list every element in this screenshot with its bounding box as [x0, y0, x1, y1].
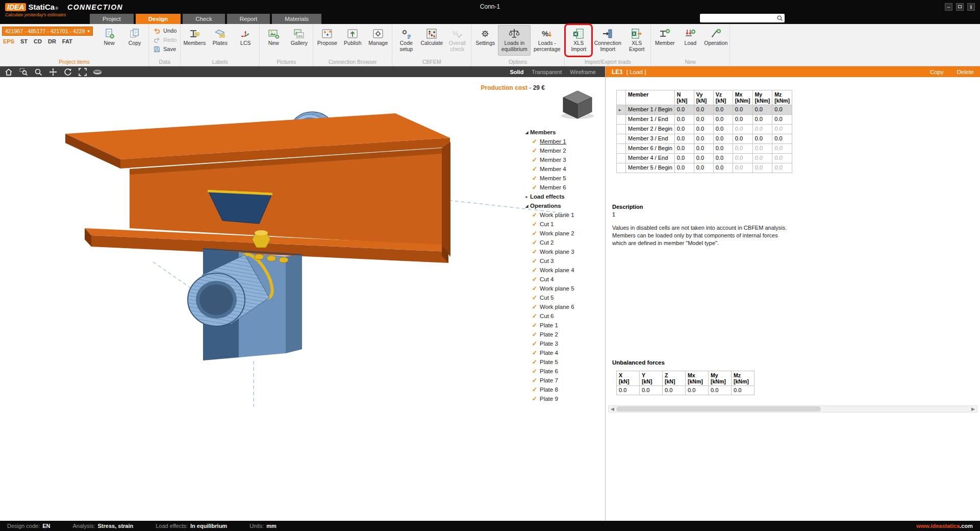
- analysis-code-cd[interactable]: CD: [34, 38, 42, 44]
- tree-item-work-plane-3[interactable]: ✓Work plane 3: [523, 247, 604, 256]
- tree-item-member-5[interactable]: ✓Member 5: [523, 174, 604, 183]
- orientation-cube[interactable]: [557, 86, 597, 120]
- column-header[interactable]: Vy [kN]: [694, 90, 713, 105]
- propose-button[interactable]: Propose: [314, 25, 340, 56]
- value-cell[interactable]: 0.0: [733, 115, 752, 125]
- scroll-right-icon[interactable]: ▶: [969, 406, 977, 412]
- tree-item-work-plane-6[interactable]: ✓Work plane 6: [523, 302, 604, 311]
- checkbox-checked-icon[interactable]: ✓: [532, 267, 540, 274]
- tree-item-work-plane-2[interactable]: ✓Work plane 2: [523, 229, 604, 238]
- tree-item-cut-5[interactable]: ✓Cut 5: [523, 293, 604, 302]
- tree-item-plate-3[interactable]: ✓Plate 3: [523, 339, 604, 348]
- checkbox-checked-icon[interactable]: ✓: [532, 138, 540, 145]
- checkbox-checked-icon[interactable]: ✓: [532, 239, 540, 246]
- tree-item-cut-3[interactable]: ✓Cut 3: [523, 256, 604, 266]
- checkbox-checked-icon[interactable]: ✓: [532, 312, 540, 320]
- tree-item-work-plane-5[interactable]: ✓Work plane 5: [523, 284, 604, 293]
- load-row[interactable]: ▸Member 1 / Begin0.00.00.00.00.00.0: [617, 105, 792, 115]
- checkbox-checked-icon[interactable]: ✓: [532, 303, 540, 310]
- tree-item-member-6[interactable]: ✓Member 6: [523, 183, 604, 192]
- member-button[interactable]: Member: [652, 25, 677, 56]
- tree-item-plate-6[interactable]: ✓Plate 6: [523, 367, 604, 376]
- column-header[interactable]: Member: [626, 90, 675, 105]
- value-cell[interactable]: 0.0: [694, 144, 713, 154]
- value-cell[interactable]: 0.0: [713, 134, 733, 144]
- clip-plane-icon[interactable]: [93, 67, 102, 77]
- value-cell[interactable]: 0.0: [733, 105, 752, 115]
- scroll-left-icon[interactable]: ◀: [609, 406, 616, 412]
- value-cell[interactable]: 0.0: [694, 163, 713, 173]
- column-header[interactable]: My [kNm]: [752, 90, 772, 105]
- zoom-select-icon[interactable]: [19, 67, 28, 77]
- home-icon[interactable]: [4, 67, 13, 77]
- checkbox-checked-icon[interactable]: ✓: [532, 349, 540, 356]
- tree-group-members[interactable]: ◢Members: [523, 128, 604, 137]
- value-cell[interactable]: 0.0: [713, 125, 733, 134]
- undo-button[interactable]: Undo: [153, 27, 177, 35]
- value-cell[interactable]: 0.0: [694, 134, 713, 144]
- value-cell[interactable]: 0.0: [752, 115, 772, 125]
- lcs-button[interactable]: LCS: [233, 25, 258, 56]
- new-button[interactable]: New: [96, 25, 122, 56]
- copy-load-button[interactable]: Copy: [930, 69, 944, 75]
- load-row[interactable]: Member 3 / End0.00.00.00.00.00.0: [617, 134, 792, 144]
- checkbox-checked-icon[interactable]: ✓: [532, 386, 540, 393]
- tree-item-plate-2[interactable]: ✓Plate 2: [523, 330, 604, 339]
- info-icon[interactable]: ℹ: [967, 3, 975, 11]
- xls-export-button[interactable]: XLS Export: [624, 25, 649, 56]
- scrollbar-thumb[interactable]: [616, 406, 821, 412]
- value-cell[interactable]: 0.0: [674, 125, 694, 134]
- collapse-icon[interactable]: ◢: [523, 204, 530, 208]
- tree-item-plate-7[interactable]: ✓Plate 7: [523, 376, 604, 385]
- value-cell[interactable]: 0.0: [713, 115, 733, 125]
- load-effects-table[interactable]: MemberN [kN]Vy [kN]Vz [kN]Mx [kNm]My [kN…: [616, 90, 792, 173]
- column-header[interactable]: N [kN]: [674, 90, 694, 105]
- tree-group-operations[interactable]: ◢Operations: [523, 201, 604, 210]
- tab-design[interactable]: Design: [136, 14, 181, 24]
- members-button[interactable]: Members: [182, 25, 207, 56]
- tree-item-cut-1[interactable]: ✓Cut 1: [523, 220, 604, 229]
- checkbox-checked-icon[interactable]: ✓: [532, 257, 540, 264]
- delete-load-button[interactable]: Delete: [957, 69, 974, 75]
- value-cell[interactable]: 0.0: [733, 125, 752, 134]
- checkbox-checked-icon[interactable]: ✓: [532, 294, 540, 301]
- member-cell[interactable]: Member 4 / End: [626, 154, 675, 163]
- website-link[interactable]: www.ideastatica.com: [916, 523, 973, 529]
- search-input[interactable]: [700, 15, 776, 21]
- value-cell[interactable]: 0.0: [694, 125, 713, 134]
- member-cell[interactable]: Member 5 / Begin: [626, 163, 675, 173]
- member-cell[interactable]: Member 6 / Begin: [626, 144, 675, 154]
- tree-item-work-plane-4[interactable]: ✓Work plane 4: [523, 266, 604, 275]
- checkbox-checked-icon[interactable]: ✓: [532, 248, 540, 255]
- value-cell[interactable]: 0.0: [674, 154, 694, 163]
- tab-check[interactable]: Check: [183, 14, 225, 24]
- value-cell[interactable]: 0.0: [674, 144, 694, 154]
- tree-item-cut-2[interactable]: ✓Cut 2: [523, 238, 604, 247]
- tree-item-member-3[interactable]: ✓Member 3: [523, 155, 604, 164]
- publish-button[interactable]: Publish: [340, 25, 365, 56]
- value-cell[interactable]: 0.0: [713, 144, 733, 154]
- value-cell[interactable]: 0.0: [752, 154, 772, 163]
- project-items-dropdown[interactable]: 421967 - 485177 - 421701 - 422917 - 4▾: [2, 27, 93, 36]
- load-button[interactable]: Load: [677, 25, 703, 56]
- checkbox-checked-icon[interactable]: ✓: [532, 211, 540, 219]
- render-mode-wireframe[interactable]: Wireframe: [570, 69, 596, 75]
- value-cell[interactable]: 0.0: [674, 134, 694, 144]
- checkbox-checked-icon[interactable]: ✓: [532, 395, 540, 402]
- zoom-icon[interactable]: [34, 67, 43, 77]
- tree-item-plate-1[interactable]: ✓Plate 1: [523, 321, 604, 330]
- tree-item-plate-9[interactable]: ✓Plate 9: [523, 394, 604, 403]
- analysis-code-fat[interactable]: FAT: [62, 38, 72, 44]
- value-cell[interactable]: 0.0: [733, 163, 752, 173]
- value-cell[interactable]: 0.0: [772, 115, 792, 125]
- plates-button[interactable]: Plates: [207, 25, 233, 56]
- checkbox-checked-icon[interactable]: ✓: [532, 184, 540, 191]
- value-cell[interactable]: 0.0: [733, 144, 752, 154]
- value-cell[interactable]: 0.0: [713, 163, 733, 173]
- gallery-button[interactable]: Gallery: [286, 25, 312, 56]
- checkbox-checked-icon[interactable]: ✓: [532, 358, 540, 366]
- search-box[interactable]: [700, 14, 785, 22]
- tab-project[interactable]: Project: [90, 14, 134, 24]
- loads-percentage-button[interactable]: %Loads - percentage: [531, 25, 563, 56]
- analysis-code-eps[interactable]: EPS: [3, 38, 14, 44]
